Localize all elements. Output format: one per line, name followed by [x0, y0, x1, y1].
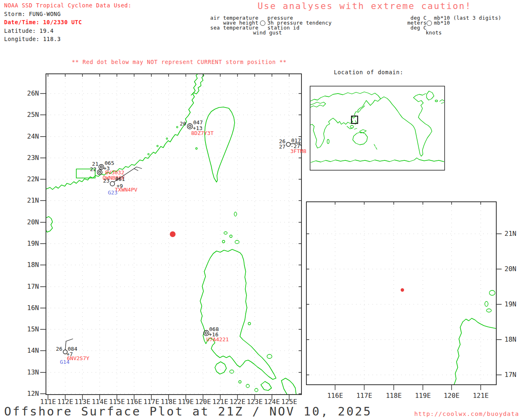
legend-unit-tendency: mb*10 — [434, 20, 450, 25]
lon-tick-label: 120E — [444, 392, 460, 399]
station-air-temp: 26 — [56, 346, 62, 352]
caution-banner: Use analyses with extreme caution! — [258, 2, 472, 11]
station-id: U7A4221 — [206, 336, 229, 342]
world-coastlines — [310, 91, 444, 162]
lat-tick-label: 24N — [27, 132, 39, 140]
datetime-line: Date/Time: 10/2330 UTC — [4, 19, 82, 25]
station-tendency: +3 — [103, 165, 110, 171]
plot-title: Offshore Surface Plot at 21Z / NOV 10, 2… — [4, 405, 372, 418]
station-id: TXWN4PV — [115, 187, 137, 193]
main-grid-vertical — [48, 74, 289, 394]
station-gust: G23 — [108, 189, 117, 196]
station-id: 6NV2S7Y — [67, 355, 89, 361]
coastline-mindoro — [215, 362, 226, 374]
coastline-samar — [281, 378, 296, 395]
inset-lon-axis: 116E 117E 118E 119E 120E 121E — [327, 392, 489, 399]
station-circle-icon — [260, 21, 265, 26]
lat-tick-label: 13N — [27, 368, 39, 376]
lat-tick-label: 19N — [27, 240, 39, 247]
inset-top-ticks — [335, 202, 481, 205]
storm-position-dot — [170, 231, 176, 237]
legend-unit-knots: knots — [426, 30, 442, 35]
legend-sea-temperature: sea temperature — [176, 25, 258, 30]
station-air-temp: 23 — [103, 178, 110, 184]
station-id: 3FTM8 — [290, 148, 306, 154]
coastline-masbate — [261, 381, 272, 390]
longitude-line: Longitude: 118.3 — [4, 36, 61, 42]
station-pressure: 017 — [291, 137, 301, 144]
lat-tick-label: 21N — [27, 196, 39, 204]
lat-tick-label: 20N — [504, 265, 516, 273]
lat-tick-label: 15N — [27, 325, 39, 333]
latitude-line: Latitude: 19.4 — [4, 28, 54, 34]
lat-tick-label: 12N — [27, 390, 39, 397]
lon-tick-label: 117E — [356, 392, 372, 399]
lon-tick-label: 119E — [415, 392, 431, 399]
lat-tick-label: 18N — [504, 336, 516, 343]
source-url-link[interactable]: http://coolwx.com/buoydata — [414, 411, 519, 417]
inset-frame — [306, 202, 496, 385]
station-gust: G14 — [60, 359, 70, 365]
inset-bottom-ticks — [335, 385, 481, 390]
main-lat-axis: 26N 25N 24N 23N 22N 21N 20N 19N 18N 17N … — [27, 89, 39, 397]
station-plot-U7A4221: 068 +16 U7A4221 — [204, 326, 229, 342]
lat-tick-label: 19N — [504, 300, 516, 308]
station-plot-8DZ7Y3T: 20 047 +13 8DZ7Y3T — [180, 119, 214, 136]
coastline-luzon — [200, 249, 276, 379]
lat-tick-label: 21N — [504, 230, 516, 237]
lat-tick-label: 25N — [27, 111, 39, 119]
station-id: 8DZ7Y3T — [191, 130, 214, 136]
coastline-taiwan — [205, 107, 235, 182]
lon-tick-label: 118E — [386, 392, 402, 399]
main-top-ticks — [48, 74, 289, 77]
main-map: 26N 25N 24N 23N 22N 21N 20N 19N 18N 17N … — [27, 74, 306, 406]
storm-name-line: Storm: FUNG-WONG — [4, 11, 61, 17]
main-left-ticks — [40, 94, 46, 394]
storm-position-dot-inset — [401, 288, 404, 292]
lon-tick-label: 121E — [473, 392, 489, 399]
legend-unit-degc-sea: deg C — [345, 25, 427, 30]
lat-tick-label: 17N — [504, 371, 516, 379]
inset-lat-axis: 21N 20N 19N 18N 17N — [504, 230, 516, 379]
world-inset-frame — [310, 86, 445, 170]
station-plot-6NV2S7Y: 26 084 +7 6NV2S7Y G14 — [56, 339, 89, 365]
lat-tick-label: 26N — [27, 89, 39, 97]
lon-tick-label: 116E — [327, 392, 343, 399]
station-air-temp: 20 — [180, 121, 186, 127]
coastline-leizhou-hainan — [46, 217, 52, 232]
station-pressure: 061 — [115, 176, 125, 182]
zoom-inset-map: 116E 117E 118E 119E 120E 121E 21N 20N 19… — [306, 202, 516, 399]
station-circle-icon — [427, 21, 432, 26]
lat-tick-label: 20N — [27, 218, 39, 226]
station-pressure: 047 — [193, 119, 203, 126]
lat-tick-label: 23N — [27, 154, 39, 162]
noaa-data-line: NOAA SSD Tropical Cyclone Data Used: — [4, 2, 132, 8]
main-grid-horizontal — [46, 94, 301, 394]
inset-right-ticks — [497, 234, 502, 375]
lat-tick-label: 22N — [27, 175, 39, 183]
world-inset — [310, 86, 445, 170]
station-air-temp: 22 — [90, 166, 96, 172]
inset-left-ticks — [307, 234, 309, 375]
lat-tick-label: 17N — [27, 283, 39, 290]
station-plot-3FTM8: 26 27 017 -27 3FTM8 — [279, 137, 306, 154]
inset-grid-horizontal — [307, 234, 496, 375]
station-sea-temp: 27 — [279, 144, 285, 150]
lat-tick-label: 14N — [27, 347, 39, 354]
lat-tick-label: 16N — [27, 304, 39, 312]
legend-wind-gust: wind gust — [253, 30, 282, 35]
world-inset-title: Location of domain: — [334, 69, 404, 75]
lat-tick-label: 18N — [27, 261, 39, 269]
red-dot-warning: ** Red dot below may NOT represent CURRE… — [72, 59, 287, 65]
offshore-surface-plot-page: 26N 25N 24N 23N 22N 21N 20N 19N 18N 17N … — [0, 0, 525, 420]
coastline-zhejiang — [191, 74, 204, 95]
